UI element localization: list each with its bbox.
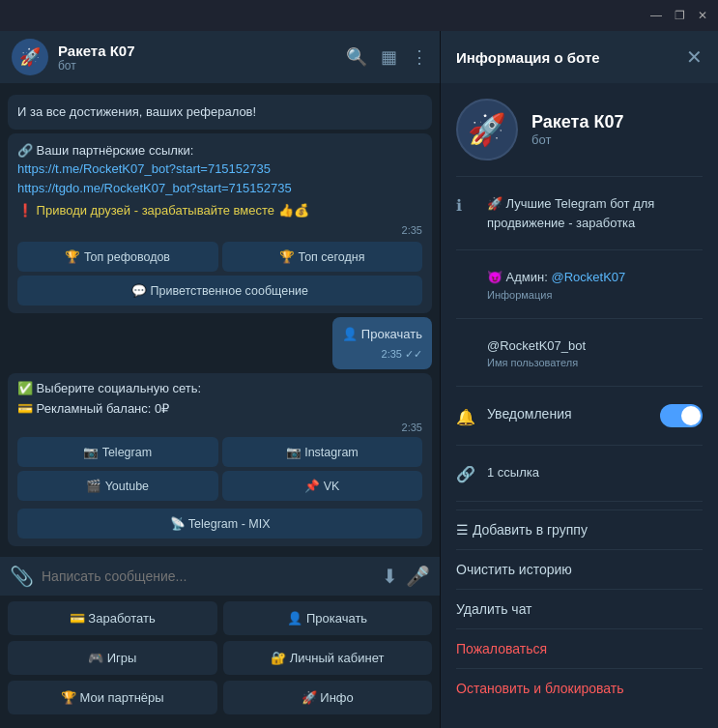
block-action[interactable]: Остановить и блокировать (456, 668, 703, 708)
clear-history-action[interactable]: Очистить историю (456, 549, 703, 589)
bot-name: Ракета К07 (531, 112, 623, 132)
link-icon: 🔗 (456, 465, 475, 483)
close-button[interactable]: ✕ (695, 8, 710, 23)
maximize-button[interactable]: ❐ (672, 8, 687, 23)
links-count: 1 ссылка (487, 463, 703, 482)
delete-label: Удалить чат (456, 601, 532, 617)
bot-type: бот (531, 132, 623, 147)
upgrade-button[interactable]: 👤 Прокачать (223, 601, 433, 635)
links-row: 🔗 1 ссылка (456, 453, 703, 493)
divider (456, 386, 703, 387)
attachment-icon[interactable]: 📎 (10, 565, 34, 588)
block-label: Остановить и блокировать (456, 681, 624, 696)
message-bubble: И за все достижения, ваших рефералов! (8, 95, 432, 130)
welcome-message-button[interactable]: 💬 Приветственное сообщение (17, 276, 422, 306)
bot-identity: Ракета К07 бот (531, 112, 623, 147)
info-icon: ℹ (456, 196, 475, 215)
divider (456, 176, 703, 177)
chat-panel: 🚀 Ракета К07 бот 🔍 ▦ ⋮ И за все достижен… (0, 31, 441, 728)
outgoing-text: 👤 Прокачать (342, 327, 422, 341)
bot-description: 🚀 Лучшие Telegram бот для продвижение - … (487, 194, 703, 232)
notifications-row: 🔔 Уведомления (456, 394, 703, 437)
admin-content: 😈 Админ: @RocketK07 Информация (487, 268, 625, 301)
chat-header: 🚀 Ракета К07 бот 🔍 ▦ ⋮ (0, 31, 440, 83)
earn-button[interactable]: 💳 Заработать (8, 601, 217, 635)
social-title: ✅ Выберите социальную сеть: (17, 381, 422, 395)
input-area: 📎 ⬇ 🎤 (0, 557, 440, 596)
minimize-button[interactable]: — (648, 8, 664, 23)
admin-label: Информация (487, 289, 625, 301)
notifications-label: Уведомления (487, 406, 572, 422)
kb-row-1: 💳 Заработать 👤 Прокачать (8, 601, 432, 635)
message-text: И за все достижения, ваших рефералов! (17, 104, 256, 119)
divider (456, 445, 703, 446)
social-balance: 💳 Рекламный баланс: 0₽ (17, 401, 422, 416)
search-icon[interactable]: 🔍 (346, 46, 367, 68)
admin-row: 😈 Админ: @RocketK07 Информация (456, 258, 703, 310)
chat-status: бот (58, 59, 336, 73)
admin-link[interactable]: @RocketK07 (551, 270, 625, 284)
top-buttons-row: 🏆 Топ рефоводов 🏆 Топ сегодня (17, 242, 422, 272)
social-selection-block: ✅ Выберите социальную сеть: 💳 Рекламный … (8, 373, 432, 546)
right-panel-title: Информация о боте (456, 49, 676, 66)
partner-link-2[interactable]: https://tgdo.me/RocketK07_bot?start=7151… (17, 179, 422, 198)
message-bubble: 🔗 Ваши партнёрские ссылки: https://t.me/… (8, 133, 432, 314)
kb-row-2: 🎮 Игры 🔐 Личный кабинет (8, 641, 432, 675)
scroll-down-icon[interactable]: ⬇ (382, 565, 398, 588)
description-content: 🚀 Лучшие Telegram бот для продвижение - … (487, 194, 703, 232)
notifications-toggle[interactable] (660, 404, 703, 427)
messages-area: И за все достижения, ваших рефералов! 🔗 … (0, 83, 440, 557)
add-group-label: Добавить в группу (473, 522, 588, 538)
clear-label: Очистить историю (456, 562, 572, 577)
microphone-icon[interactable]: 🎤 (406, 565, 430, 588)
partners-button[interactable]: 🏆 Мои партнёры (8, 681, 217, 714)
more-icon[interactable]: ⋮ (411, 46, 428, 68)
right-header: Информация о боте ✕ (441, 31, 718, 83)
username-label: Имя пользователя (487, 357, 586, 368)
message-time: 2:35 (17, 222, 422, 239)
description-row: ℹ 🚀 Лучшие Telegram бот для продвижение … (456, 185, 703, 242)
report-label: Пожаловаться (456, 641, 547, 656)
social-time: 2:35 (17, 422, 422, 433)
bot-profile: 🚀 Ракета К07 бот (456, 99, 703, 160)
social-row-1: 📷 Telegram 📷 Instagram (17, 437, 422, 467)
chat-avatar: 🚀 (12, 39, 48, 75)
username-row: @RocketK07_bot Имя пользователя (456, 327, 703, 379)
delete-chat-action[interactable]: Удалить чат (456, 589, 703, 628)
title-bar-controls: — ❐ ✕ (648, 8, 710, 23)
keyboard-area: 💳 Заработать 👤 Прокачать 🎮 Игры 🔐 Личный… (0, 596, 440, 728)
title-bar: — ❐ ✕ (0, 0, 718, 31)
outgoing-time: 2:35 ✓✓ (342, 346, 422, 363)
message-links-prefix: 🔗 Ваши партнёрские ссылки: (17, 141, 422, 160)
instagram-social-button[interactable]: 📷 Instagram (222, 437, 423, 467)
social-row-2: 🎬 Youtube 📌 VK (17, 471, 422, 501)
youtube-social-button[interactable]: 🎬 Youtube (17, 471, 218, 501)
message-input[interactable] (42, 568, 374, 584)
divider (456, 501, 703, 502)
social-row-3: 📡 Telegram - MIX (17, 505, 422, 539)
warning-text: ❗ Приводи друзей - зарабатывайте вместе … (17, 201, 422, 220)
cabinet-button[interactable]: 🔐 Личный кабинет (223, 641, 433, 675)
notif-label-row: 🔔 Уведомления (456, 406, 572, 426)
bot-username: @RocketK07_bot (487, 336, 586, 356)
telegram-social-button[interactable]: 📷 Telegram (17, 437, 218, 467)
columns-icon[interactable]: ▦ (381, 46, 397, 68)
divider (456, 318, 703, 319)
telegram-mix-button[interactable]: 📡 Telegram - MIX (17, 509, 422, 539)
top-today-button[interactable]: 🏆 Топ сегодня (222, 242, 423, 272)
vk-social-button[interactable]: 📌 VK (222, 471, 423, 501)
close-panel-icon[interactable]: ✕ (686, 45, 703, 69)
add-group-icon: ☰ (456, 522, 473, 538)
right-content: 🚀 Ракета К07 бот ℹ 🚀 Лучшие Telegram бот… (441, 83, 718, 728)
report-action[interactable]: Пожаловаться (456, 628, 703, 668)
top-referrers-button[interactable]: 🏆 Топ рефоводов (17, 242, 218, 272)
games-button[interactable]: 🎮 Игры (8, 641, 217, 675)
admin-text: 😈 Админ: @RocketK07 (487, 268, 625, 287)
main-layout: 🚀 Ракета К07 бот 🔍 ▦ ⋮ И за все достижен… (0, 31, 718, 728)
info-button[interactable]: 🚀 Инфо (223, 681, 433, 714)
chat-header-info: Ракета К07 бот (58, 43, 336, 73)
outgoing-message: 👤 Прокачать 2:35 ✓✓ (332, 317, 432, 369)
add-to-group-action[interactable]: ☰ Добавить в группу (456, 510, 703, 549)
bot-avatar: 🚀 (456, 99, 518, 160)
partner-link-1[interactable]: https://t.me/RocketK07_bot?start=7151527… (17, 160, 422, 179)
